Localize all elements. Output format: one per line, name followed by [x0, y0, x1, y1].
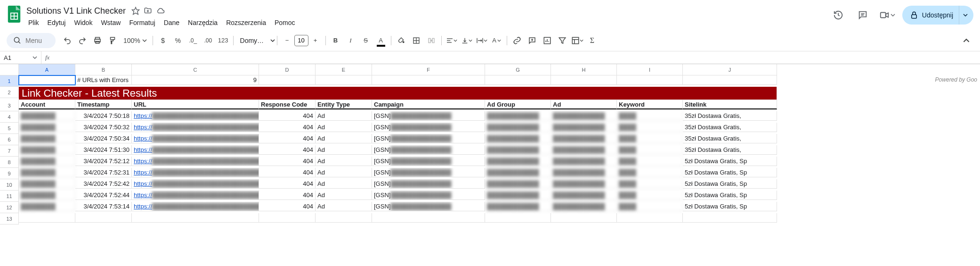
move-icon[interactable] [144, 7, 152, 15]
cell-site-10[interactable]: 5zł Dostawa Gratis, Sp [683, 179, 777, 189]
cell-ts-8[interactable]: 3/4/2024 7:52:12 [75, 157, 132, 166]
cell-ag-8[interactable]: ████████████ [485, 157, 551, 166]
cell-r13-9[interactable] [683, 213, 777, 223]
cell-r13-7[interactable] [551, 213, 617, 223]
cell-r1-4[interactable] [316, 75, 372, 85]
cell-rc-4[interactable]: 404 [259, 111, 316, 121]
cell-ag-7[interactable]: ████████████ [485, 145, 551, 155]
cell-url-10[interactable]: https://████████████████████████████ [132, 179, 259, 189]
col-header-C[interactable]: C [132, 64, 259, 75]
cell-r13-5[interactable] [372, 213, 485, 223]
cell-r1-8[interactable] [617, 75, 683, 85]
cell-ts-10[interactable]: 3/4/2024 7:52:42 [75, 179, 132, 189]
col-header-D[interactable]: D [259, 64, 316, 75]
cell-account-7[interactable]: ████████ [19, 145, 75, 155]
cell-cp-5[interactable]: [GSN] ██████████████ [372, 123, 485, 132]
spreadsheet-grid[interactable]: ABCDEFGHIJ1# URLs with Errors92Link Chec… [0, 64, 980, 224]
cell-url-12[interactable]: https://████████████████████████████ [132, 202, 259, 211]
cell-account-4[interactable]: ████████ [19, 111, 75, 121]
cell-r13-1[interactable] [75, 213, 132, 223]
currency-button[interactable]: $ [156, 33, 170, 48]
font-family-select[interactable]: Domy… [236, 37, 274, 44]
menu-pomoc[interactable]: Pomoc [271, 17, 299, 28]
paint-format-button[interactable] [105, 33, 120, 48]
row-header-7[interactable]: 7 [0, 145, 19, 157]
menu-narzędzia[interactable]: Narzędzia [184, 17, 221, 28]
cell-ad-10[interactable]: ████████████ [551, 179, 617, 189]
select-all-corner[interactable] [0, 64, 19, 75]
font-size-input[interactable] [294, 35, 308, 46]
merge-button[interactable] [424, 33, 438, 48]
header-9[interactable]: Sitelink [683, 100, 777, 109]
cell-cp-8[interactable]: [GSN] ██████████████ [372, 157, 485, 166]
col-header-J[interactable]: J [683, 64, 777, 75]
cell-ag-9[interactable]: ████████████ [485, 168, 551, 177]
cell-cp-9[interactable]: [GSN] ██████████████ [372, 168, 485, 177]
cell-url-9[interactable]: https://████████████████████████████ [132, 168, 259, 177]
header-3[interactable]: Response Code [259, 100, 316, 109]
cell-cp-12[interactable]: [GSN] ██████████████ [372, 202, 485, 211]
cell-et-12[interactable]: Ad [316, 202, 372, 211]
cell-account-6[interactable]: ████████ [19, 134, 75, 143]
functions-button[interactable]: Σ [585, 33, 599, 48]
decrease-decimal-button[interactable]: .0_ [186, 33, 200, 48]
cell-kw-10[interactable]: ████ [617, 179, 683, 189]
cell-cp-6[interactable]: [GSN] ██████████████ [372, 134, 485, 143]
cell-rc-7[interactable]: 404 [259, 145, 316, 155]
cell-ag-6[interactable]: ████████████ [485, 134, 551, 143]
cell-site-7[interactable]: 35zł Dostawa Gratis, [683, 145, 777, 155]
menu-rozszerzenia[interactable]: Rozszerzenia [222, 17, 270, 28]
menu-search-input[interactable] [25, 37, 49, 44]
cell-et-6[interactable]: Ad [316, 134, 372, 143]
cell-A1[interactable] [19, 75, 75, 85]
cell-ag-5[interactable]: ████████████ [485, 123, 551, 132]
cell-et-7[interactable]: Ad [316, 145, 372, 155]
cell-site-11[interactable]: 5zł Dostawa Gratis, Sp [683, 191, 777, 200]
cell-r13-8[interactable] [617, 213, 683, 223]
header-4[interactable]: Entity Type [316, 100, 372, 109]
cell-url-11[interactable]: https://████████████████████████████ [132, 191, 259, 200]
meet-button[interactable] [878, 6, 897, 25]
cell-site-4[interactable]: 35zł Dostawa Gratis, [683, 111, 777, 121]
cloud-icon[interactable] [156, 7, 165, 15]
vertical-align-button[interactable] [460, 33, 474, 48]
cell-ag-12[interactable]: ████████████ [485, 202, 551, 211]
cell-ag-10[interactable]: ████████████ [485, 179, 551, 189]
cell-ad-5[interactable]: ████████████ [551, 123, 617, 132]
header-5[interactable]: Campaign [372, 100, 485, 109]
cell-et-8[interactable]: Ad [316, 157, 372, 166]
menu-wstaw[interactable]: Wstaw [97, 17, 124, 28]
cell-cp-7[interactable]: [GSN] ██████████████ [372, 145, 485, 155]
cell-r1-7[interactable] [551, 75, 617, 85]
wrap-button[interactable] [475, 33, 489, 48]
cell-url-6[interactable]: https://████████████████████████████ [132, 134, 259, 143]
menu-search[interactable] [7, 33, 56, 48]
row-header-4[interactable]: 4 [0, 111, 19, 123]
row-header-3[interactable]: 3 [0, 100, 19, 111]
cell-et-11[interactable]: Ad [316, 191, 372, 200]
menu-plik[interactable]: Plik [24, 17, 43, 28]
number-format-button[interactable]: 123 [216, 33, 230, 48]
cell-r13-2[interactable] [132, 213, 259, 223]
formula-input[interactable] [53, 51, 980, 64]
print-button[interactable] [90, 33, 105, 48]
star-icon[interactable] [131, 7, 140, 15]
cell-rc-12[interactable]: 404 [259, 202, 316, 211]
link-button[interactable] [510, 33, 524, 48]
cell-et-10[interactable]: Ad [316, 179, 372, 189]
cell-rc-8[interactable]: 404 [259, 157, 316, 166]
cell-ts-9[interactable]: 3/4/2024 7:52:31 [75, 168, 132, 177]
col-header-H[interactable]: H [551, 64, 617, 75]
cell-ad-7[interactable]: ████████████ [551, 145, 617, 155]
header-1[interactable]: Timestamp [75, 100, 132, 109]
cell-r1-9[interactable] [683, 75, 777, 85]
menu-edytuj[interactable]: Edytuj [44, 17, 70, 28]
cell-account-9[interactable]: ████████ [19, 168, 75, 177]
col-header-F[interactable]: F [372, 64, 485, 75]
cell-cp-4[interactable]: [GSN] ██████████████ [372, 111, 485, 121]
cell-kw-9[interactable]: ████ [617, 168, 683, 177]
cell-url-4[interactable]: https://████████████████████████████ [132, 111, 259, 121]
share-button[interactable]: Udostępnij [902, 6, 973, 25]
cell-site-12[interactable]: 5zł Dostawa Gratis, Sp [683, 202, 777, 211]
cell-site-9[interactable]: 5zł Dostawa Gratis, Sp [683, 168, 777, 177]
